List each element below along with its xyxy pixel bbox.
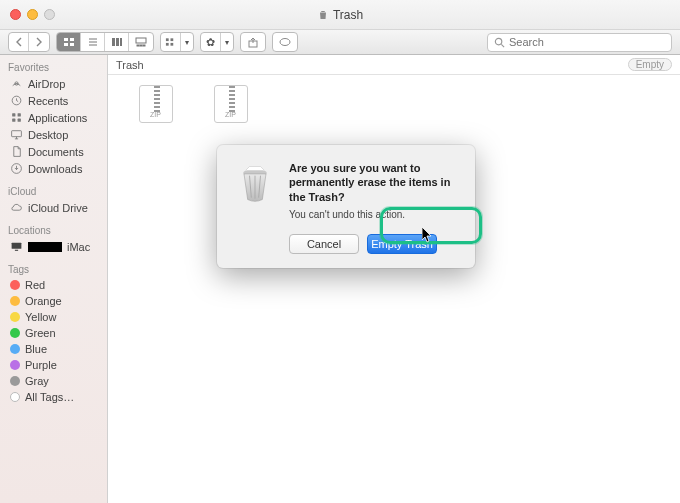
svg-rect-27 xyxy=(18,119,21,122)
tag-dot xyxy=(10,280,20,290)
arrange-dropdown[interactable]: ▾ xyxy=(160,32,194,52)
tag-dot xyxy=(10,296,20,306)
search-field[interactable] xyxy=(487,33,672,52)
svg-point-19 xyxy=(280,39,290,46)
svg-rect-12 xyxy=(140,45,142,46)
path-bar: Trash Empty xyxy=(108,55,680,75)
back-button[interactable] xyxy=(9,33,29,51)
window-body: Favorites AirDrop Recents Applications D… xyxy=(0,55,680,503)
sidebar-heading-locations: Locations xyxy=(0,222,107,238)
file-item[interactable]: ZIP xyxy=(203,85,258,125)
action-dropdown[interactable]: ✿ ▾ xyxy=(200,32,234,52)
sidebar-item-airdrop[interactable]: AirDrop xyxy=(0,75,107,92)
forward-button[interactable] xyxy=(29,33,49,51)
tag-dot xyxy=(10,392,20,402)
svg-rect-25 xyxy=(18,113,21,116)
grid-small-icon xyxy=(165,37,176,47)
sidebar-item-imac[interactable]: iMac xyxy=(0,238,107,255)
svg-rect-15 xyxy=(171,38,174,41)
sidebar-item-downloads[interactable]: Downloads xyxy=(0,160,107,177)
sidebar: Favorites AirDrop Recents Applications D… xyxy=(0,55,108,503)
share-button[interactable] xyxy=(241,33,265,51)
empty-trash-button[interactable]: Empty Trash xyxy=(367,234,437,254)
file-item[interactable]: ZIP xyxy=(128,85,183,125)
tag-dot xyxy=(10,376,20,386)
sidebar-item-label: Applications xyxy=(28,112,87,124)
svg-rect-17 xyxy=(171,43,174,46)
titlebar: Trash xyxy=(0,0,680,30)
sidebar-item-desktop[interactable]: Desktop xyxy=(0,126,107,143)
sidebar-item-label: iCloud Drive xyxy=(28,202,88,214)
sidebar-tag-green[interactable]: Green xyxy=(0,325,107,341)
list-icon xyxy=(87,37,99,47)
sidebar-tag-red[interactable]: Red xyxy=(0,277,107,293)
sidebar-item-documents[interactable]: Documents xyxy=(0,143,107,160)
svg-rect-0 xyxy=(64,38,68,41)
sidebar-item-applications[interactable]: Applications xyxy=(0,109,107,126)
redacted-text xyxy=(28,242,62,252)
cloud-icon xyxy=(10,201,23,214)
window-title: Trash xyxy=(0,8,680,22)
sidebar-item-label: iMac xyxy=(67,241,90,253)
svg-rect-1 xyxy=(70,38,74,41)
sidebar-tag-gray[interactable]: Gray xyxy=(0,373,107,389)
sidebar-tag-yellow[interactable]: Yellow xyxy=(0,309,107,325)
columns-icon xyxy=(111,37,123,47)
sidebar-tag-purple[interactable]: Purple xyxy=(0,357,107,373)
airdrop-icon xyxy=(10,77,23,90)
sidebar-item-label: Green xyxy=(25,327,56,339)
svg-rect-8 xyxy=(116,38,119,46)
svg-rect-31 xyxy=(15,250,18,251)
search-icon xyxy=(494,37,505,48)
nav-buttons xyxy=(8,32,50,52)
svg-line-21 xyxy=(501,44,504,47)
gallery-view-button[interactable] xyxy=(129,33,153,51)
sidebar-heading-favorites: Favorites xyxy=(0,59,107,75)
svg-rect-26 xyxy=(12,119,15,122)
window-title-text: Trash xyxy=(333,8,363,22)
tag-dot xyxy=(10,312,20,322)
tag-dot xyxy=(10,328,20,338)
sidebar-item-label: Gray xyxy=(25,375,49,387)
documents-icon xyxy=(10,145,23,158)
svg-point-20 xyxy=(495,38,501,44)
sidebar-item-recents[interactable]: Recents xyxy=(0,92,107,109)
column-view-button[interactable] xyxy=(105,33,129,51)
content-pane: Trash Empty ZIP ZIP xyxy=(108,55,680,503)
toolbar: ▾ ✿ ▾ xyxy=(0,30,680,55)
desktop-icon xyxy=(10,128,23,141)
tags-button[interactable] xyxy=(273,33,297,51)
sidebar-item-label: Blue xyxy=(25,343,47,355)
zip-file-icon: ZIP xyxy=(208,85,254,125)
cancel-button[interactable]: Cancel xyxy=(289,234,359,254)
sidebar-item-icloud-drive[interactable]: iCloud Drive xyxy=(0,199,107,216)
confirm-empty-trash-dialog: Are you sure you want to permanently era… xyxy=(217,145,475,268)
svg-rect-14 xyxy=(166,38,169,41)
path-location: Trash xyxy=(116,59,144,71)
list-view-button[interactable] xyxy=(81,33,105,51)
search-input[interactable] xyxy=(509,36,665,48)
file-list: ZIP ZIP xyxy=(108,85,258,125)
tag-icon xyxy=(279,37,291,47)
grid-icon xyxy=(63,37,75,47)
svg-rect-7 xyxy=(112,38,115,46)
sidebar-tag-blue[interactable]: Blue xyxy=(0,341,107,357)
chevron-down-icon: ▾ xyxy=(225,38,229,47)
share-icon xyxy=(248,37,258,48)
sidebar-item-label: Documents xyxy=(28,146,84,158)
trash-icon xyxy=(317,9,329,21)
empty-trash-pill[interactable]: Empty xyxy=(628,58,672,71)
gallery-icon xyxy=(135,37,147,47)
svg-rect-9 xyxy=(120,38,122,46)
sidebar-item-label: Purple xyxy=(25,359,57,371)
display-icon xyxy=(10,240,23,253)
svg-rect-16 xyxy=(166,43,169,46)
sidebar-tag-orange[interactable]: Orange xyxy=(0,293,107,309)
sidebar-item-label: Downloads xyxy=(28,163,82,175)
dialog-title: Are you sure you want to permanently era… xyxy=(289,161,459,204)
icon-view-button[interactable] xyxy=(57,33,81,51)
sidebar-all-tags[interactable]: All Tags… xyxy=(0,389,107,405)
zip-file-icon: ZIP xyxy=(133,85,179,125)
view-mode-segmented xyxy=(56,32,154,52)
sidebar-item-label: Red xyxy=(25,279,45,291)
